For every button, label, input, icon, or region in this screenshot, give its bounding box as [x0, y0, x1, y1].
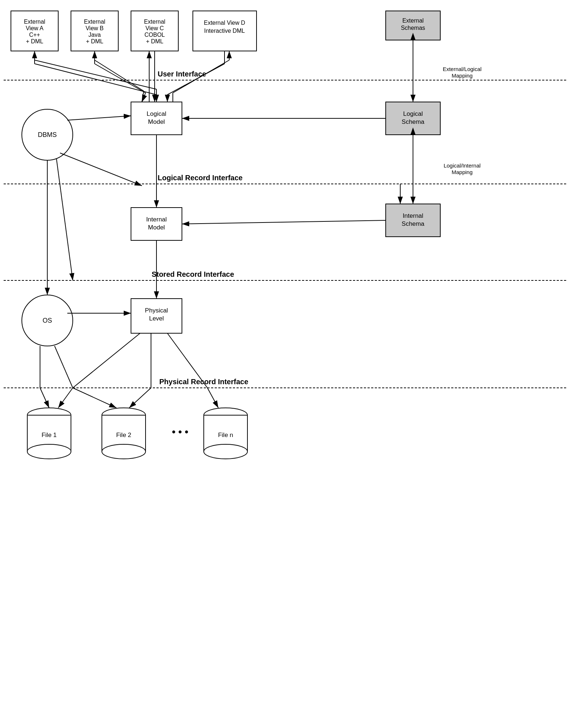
external-schemas-label2: Schemas — [401, 25, 425, 31]
svg-line-29 — [73, 388, 116, 408]
external-view-a-label4: + DML — [26, 38, 43, 44]
file2-bottom — [102, 444, 146, 459]
file2-label: File 2 — [116, 432, 131, 438]
external-view-c-label3: COBOL — [144, 32, 165, 38]
external-logical-mapping-label2: Mapping — [452, 72, 473, 79]
physical-record-interface-label: Physical Record Interface — [159, 378, 249, 386]
internal-model-label2: Model — [148, 224, 165, 231]
external-view-c-label: External — [144, 19, 166, 25]
external-view-c-label4: + DML — [146, 38, 163, 44]
filen-label: File n — [218, 432, 233, 438]
external-view-b-label2: View B — [86, 25, 104, 31]
dbms-label: DBMS — [38, 131, 57, 138]
stored-record-interface-label: Stored Record Interface — [152, 270, 234, 278]
svg-line-33 — [207, 388, 218, 408]
internal-model-label: Internal — [146, 216, 167, 223]
dbms-to-stored-record — [56, 158, 73, 280]
dots-label: • • • — [172, 426, 188, 437]
external-view-a-label3: C++ — [29, 32, 40, 38]
svg-line-27 — [40, 388, 49, 408]
logical-internal-mapping-label: Logical/Internal — [444, 162, 481, 169]
external-schemas-label: External — [402, 17, 424, 24]
svg-line-25 — [58, 388, 73, 408]
os-label: OS — [43, 317, 52, 324]
svg-line-4 — [35, 64, 156, 95]
external-view-b-label3: Java — [88, 32, 101, 38]
svg-line-24 — [73, 333, 140, 388]
logical-model-label2: Model — [148, 118, 165, 125]
dbms-to-logical-arrow — [67, 116, 131, 120]
dbms-to-logical-record-interface — [60, 153, 142, 186]
external-view-d-label2: Interactive DML — [204, 28, 245, 34]
user-interface-label: User Interface — [158, 70, 206, 78]
external-view-b-label4: + DML — [86, 38, 103, 44]
file1-bottom — [27, 444, 71, 459]
internal-schema-label2: Schema — [402, 220, 425, 227]
filen-bottom — [204, 444, 247, 459]
file1-label: File 1 — [41, 432, 57, 438]
logical-schema-label: Logical — [403, 110, 423, 117]
svg-line-28 — [55, 346, 73, 388]
external-logical-mapping-label: External/Logical — [443, 66, 482, 72]
internal-schema-label: Internal — [403, 212, 424, 219]
external-view-b-label: External — [84, 19, 106, 25]
logical-model-label: Logical — [147, 110, 166, 117]
svg-line-13 — [95, 60, 144, 91]
svg-line-10 — [95, 64, 146, 93]
external-view-a-label2: View A — [26, 25, 44, 31]
physical-level-label: Physical — [145, 307, 168, 314]
architecture-diagram: External View A C++ + DML External View … — [0, 0, 572, 728]
logical-internal-mapping-label2: Mapping — [452, 169, 473, 175]
logical-record-interface-label: Logical Record Interface — [158, 174, 242, 182]
external-view-a-label: External — [24, 19, 45, 25]
svg-line-31 — [129, 388, 151, 408]
external-view-d-label: External View D — [204, 20, 245, 26]
physical-level-label2: Level — [149, 315, 164, 322]
diagram-container: External View A C++ + DML External View … — [0, 0, 572, 728]
internal-schema-to-internal-model-arrow — [182, 220, 386, 224]
external-view-c-label2: View C — [146, 25, 164, 31]
logical-schema-label2: Schema — [402, 118, 425, 125]
